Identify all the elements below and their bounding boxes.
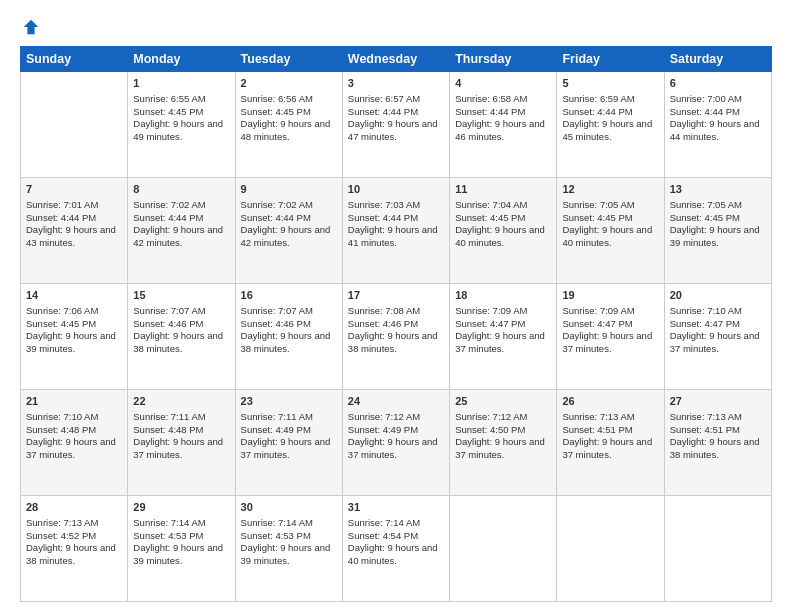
weekday-header: Sunday xyxy=(21,47,128,72)
calendar-cell: 16Sunrise: 7:07 AMSunset: 4:46 PMDayligh… xyxy=(235,284,342,390)
weekday-header: Saturday xyxy=(664,47,771,72)
sunrise: Sunrise: 7:09 AM xyxy=(455,305,527,316)
sunset: Sunset: 4:45 PM xyxy=(562,212,632,223)
sunrise: Sunrise: 7:02 AM xyxy=(133,199,205,210)
day-number: 6 xyxy=(670,76,766,91)
calendar-cell: 26Sunrise: 7:13 AMSunset: 4:51 PMDayligh… xyxy=(557,390,664,496)
day-number: 27 xyxy=(670,394,766,409)
day-number: 21 xyxy=(26,394,122,409)
sunset: Sunset: 4:44 PM xyxy=(348,212,418,223)
day-number: 23 xyxy=(241,394,337,409)
sunset: Sunset: 4:44 PM xyxy=(26,212,96,223)
sunrise: Sunrise: 7:06 AM xyxy=(26,305,98,316)
calendar-week-row: 1Sunrise: 6:55 AMSunset: 4:45 PMDaylight… xyxy=(21,72,772,178)
sunrise: Sunrise: 7:08 AM xyxy=(348,305,420,316)
daylight: Daylight: 9 hours and 37 minutes. xyxy=(455,436,545,460)
daylight: Daylight: 9 hours and 49 minutes. xyxy=(133,118,223,142)
sunset: Sunset: 4:51 PM xyxy=(670,424,740,435)
daylight: Daylight: 9 hours and 41 minutes. xyxy=(348,224,438,248)
daylight: Daylight: 9 hours and 47 minutes. xyxy=(348,118,438,142)
weekday-header-row: SundayMondayTuesdayWednesdayThursdayFrid… xyxy=(21,47,772,72)
calendar-cell: 30Sunrise: 7:14 AMSunset: 4:53 PMDayligh… xyxy=(235,496,342,602)
calendar-cell: 31Sunrise: 7:14 AMSunset: 4:54 PMDayligh… xyxy=(342,496,449,602)
day-number: 29 xyxy=(133,500,229,515)
calendar-cell: 18Sunrise: 7:09 AMSunset: 4:47 PMDayligh… xyxy=(450,284,557,390)
calendar-cell: 24Sunrise: 7:12 AMSunset: 4:49 PMDayligh… xyxy=(342,390,449,496)
sunset: Sunset: 4:51 PM xyxy=(562,424,632,435)
sunrise: Sunrise: 7:13 AM xyxy=(670,411,742,422)
daylight: Daylight: 9 hours and 44 minutes. xyxy=(670,118,760,142)
daylight: Daylight: 9 hours and 39 minutes. xyxy=(241,542,331,566)
daylight: Daylight: 9 hours and 37 minutes. xyxy=(455,330,545,354)
day-number: 30 xyxy=(241,500,337,515)
day-number: 5 xyxy=(562,76,658,91)
calendar-cell: 7Sunrise: 7:01 AMSunset: 4:44 PMDaylight… xyxy=(21,178,128,284)
daylight: Daylight: 9 hours and 40 minutes. xyxy=(562,224,652,248)
sunrise: Sunrise: 7:03 AM xyxy=(348,199,420,210)
sunrise: Sunrise: 7:13 AM xyxy=(562,411,634,422)
daylight: Daylight: 9 hours and 39 minutes. xyxy=(670,224,760,248)
svg-marker-0 xyxy=(24,20,38,34)
calendar-cell xyxy=(664,496,771,602)
sunrise: Sunrise: 6:57 AM xyxy=(348,93,420,104)
calendar-cell: 19Sunrise: 7:09 AMSunset: 4:47 PMDayligh… xyxy=(557,284,664,390)
day-number: 1 xyxy=(133,76,229,91)
daylight: Daylight: 9 hours and 37 minutes. xyxy=(670,330,760,354)
sunrise: Sunrise: 7:13 AM xyxy=(26,517,98,528)
sunset: Sunset: 4:54 PM xyxy=(348,530,418,541)
day-number: 19 xyxy=(562,288,658,303)
calendar-cell: 17Sunrise: 7:08 AMSunset: 4:46 PMDayligh… xyxy=(342,284,449,390)
sunrise: Sunrise: 7:12 AM xyxy=(348,411,420,422)
sunrise: Sunrise: 7:02 AM xyxy=(241,199,313,210)
sunrise: Sunrise: 7:11 AM xyxy=(241,411,313,422)
weekday-header: Thursday xyxy=(450,47,557,72)
day-number: 3 xyxy=(348,76,444,91)
weekday-header: Tuesday xyxy=(235,47,342,72)
calendar-week-row: 28Sunrise: 7:13 AMSunset: 4:52 PMDayligh… xyxy=(21,496,772,602)
calendar-cell: 1Sunrise: 6:55 AMSunset: 4:45 PMDaylight… xyxy=(128,72,235,178)
sunrise: Sunrise: 7:05 AM xyxy=(670,199,742,210)
day-number: 15 xyxy=(133,288,229,303)
sunrise: Sunrise: 6:58 AM xyxy=(455,93,527,104)
sunrise: Sunrise: 7:05 AM xyxy=(562,199,634,210)
daylight: Daylight: 9 hours and 37 minutes. xyxy=(133,436,223,460)
sunset: Sunset: 4:45 PM xyxy=(133,106,203,117)
daylight: Daylight: 9 hours and 38 minutes. xyxy=(241,330,331,354)
day-number: 12 xyxy=(562,182,658,197)
sunset: Sunset: 4:44 PM xyxy=(670,106,740,117)
calendar-cell: 10Sunrise: 7:03 AMSunset: 4:44 PMDayligh… xyxy=(342,178,449,284)
sunrise: Sunrise: 7:10 AM xyxy=(26,411,98,422)
calendar-week-row: 21Sunrise: 7:10 AMSunset: 4:48 PMDayligh… xyxy=(21,390,772,496)
day-number: 20 xyxy=(670,288,766,303)
sunset: Sunset: 4:52 PM xyxy=(26,530,96,541)
calendar-cell: 5Sunrise: 6:59 AMSunset: 4:44 PMDaylight… xyxy=(557,72,664,178)
calendar-cell: 25Sunrise: 7:12 AMSunset: 4:50 PMDayligh… xyxy=(450,390,557,496)
daylight: Daylight: 9 hours and 37 minutes. xyxy=(562,330,652,354)
sunset: Sunset: 4:46 PM xyxy=(133,318,203,329)
calendar-cell xyxy=(450,496,557,602)
sunrise: Sunrise: 7:11 AM xyxy=(133,411,205,422)
calendar-week-row: 14Sunrise: 7:06 AMSunset: 4:45 PMDayligh… xyxy=(21,284,772,390)
sunset: Sunset: 4:44 PM xyxy=(133,212,203,223)
sunset: Sunset: 4:50 PM xyxy=(455,424,525,435)
calendar-cell: 20Sunrise: 7:10 AMSunset: 4:47 PMDayligh… xyxy=(664,284,771,390)
sunrise: Sunrise: 7:09 AM xyxy=(562,305,634,316)
calendar-cell xyxy=(557,496,664,602)
header xyxy=(20,18,772,36)
weekday-header: Wednesday xyxy=(342,47,449,72)
daylight: Daylight: 9 hours and 38 minutes. xyxy=(348,330,438,354)
daylight: Daylight: 9 hours and 38 minutes. xyxy=(133,330,223,354)
sunrise: Sunrise: 7:12 AM xyxy=(455,411,527,422)
sunset: Sunset: 4:47 PM xyxy=(562,318,632,329)
calendar-cell: 12Sunrise: 7:05 AMSunset: 4:45 PMDayligh… xyxy=(557,178,664,284)
sunrise: Sunrise: 7:07 AM xyxy=(241,305,313,316)
daylight: Daylight: 9 hours and 42 minutes. xyxy=(133,224,223,248)
sunset: Sunset: 4:47 PM xyxy=(455,318,525,329)
daylight: Daylight: 9 hours and 48 minutes. xyxy=(241,118,331,142)
sunset: Sunset: 4:48 PM xyxy=(133,424,203,435)
sunset: Sunset: 4:44 PM xyxy=(562,106,632,117)
sunset: Sunset: 4:46 PM xyxy=(241,318,311,329)
daylight: Daylight: 9 hours and 37 minutes. xyxy=(26,436,116,460)
calendar-cell: 2Sunrise: 6:56 AMSunset: 4:45 PMDaylight… xyxy=(235,72,342,178)
sunrise: Sunrise: 7:07 AM xyxy=(133,305,205,316)
